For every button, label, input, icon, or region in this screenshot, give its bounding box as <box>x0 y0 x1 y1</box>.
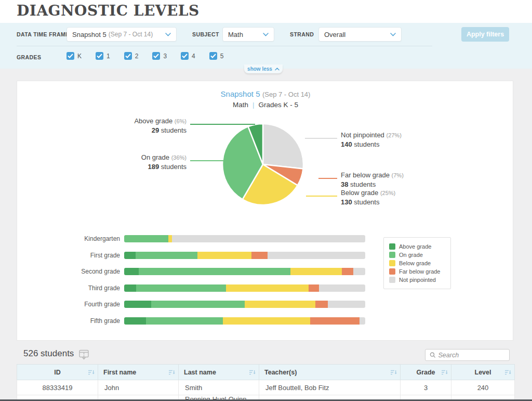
strand-select[interactable]: Overall <box>318 27 402 42</box>
legend-label: Below grade <box>399 260 431 266</box>
apply-filters-button[interactable]: Apply filters <box>461 27 509 42</box>
bar-segment-on-grade[interactable] <box>151 301 244 308</box>
bar-segment-on-grade[interactable] <box>139 268 290 275</box>
sort-filter-icon <box>505 370 511 376</box>
chart-title: Snapshot 5 (Sep 7 - Oct 14) <box>17 89 514 99</box>
bar-segment-on-grade[interactable] <box>136 284 226 292</box>
students-table: IDFirst nameLast nameTeacher(s)GradeLeve… <box>17 364 515 401</box>
sort-filter-icon <box>249 370 256 376</box>
data-time-frame-select[interactable]: Snapshot 5 (Sep 7 - Oct 14) <box>66 27 177 42</box>
grade-checkbox-k[interactable]: K <box>66 52 82 60</box>
pie-chart <box>219 120 307 209</box>
legend-label: Not pinpointed <box>399 277 436 283</box>
pie-slice-not-pinpointed[interactable] <box>263 124 303 169</box>
pie-label-on-grade: On grade (36%)189 students <box>141 153 187 171</box>
chart-card: Snapshot 5 (Sep 7 - Oct 14) Math|Grades … <box>17 81 513 341</box>
grades-row: GRADES K12345 <box>0 50 532 64</box>
bar-row-fourth-grade: Fourth grade <box>17 301 365 308</box>
bar-segment-not-pinpointed[interactable] <box>328 301 365 308</box>
column-header-teacher-s-[interactable]: Teacher(s) <box>259 365 401 380</box>
students-count: 526 students <box>23 348 74 359</box>
column-header-first-name[interactable]: First name <box>98 365 179 380</box>
bar-segment-above-grade[interactable] <box>124 301 151 308</box>
chart-title-snapshot: Snapshot 5 <box>221 89 260 98</box>
chart-title-range: (Sep 7 - Oct 14) <box>262 90 310 98</box>
bar-segment-on-grade[interactable] <box>124 235 168 242</box>
bar-segment-below-grade[interactable] <box>223 317 310 325</box>
search-box <box>425 349 510 361</box>
column-header-grade[interactable]: Grade <box>401 365 451 380</box>
checkbox-checked-icon <box>181 52 189 60</box>
chevron-down-icon <box>390 33 396 36</box>
export-table-icon[interactable] <box>79 350 90 363</box>
bar-segment-far-below-grade[interactable] <box>251 252 268 259</box>
grades-checkbox-group: K12345 <box>66 52 223 60</box>
data-time-frame-label: DATA TIME FRAME <box>17 31 69 37</box>
content-area: Snapshot 5 (Sep 7 - Oct 14) Math|Grades … <box>0 69 532 401</box>
table-header-row: IDFirst nameLast nameTeacher(s)GradeLeve… <box>17 365 515 380</box>
bar-segment-on-grade[interactable] <box>136 252 197 259</box>
bar-segment-below-grade[interactable] <box>168 235 172 242</box>
grade-checkbox-2[interactable]: 2 <box>124 52 139 60</box>
bar-segment-far-below-grade[interactable] <box>315 301 327 308</box>
bar-segment-below-grade[interactable] <box>290 268 342 275</box>
legend-item-below-grade: Below grade <box>389 259 445 267</box>
legend-item-far-below-grade: Far below grade <box>389 267 445 276</box>
bar-segment-not-pinpointed[interactable] <box>353 268 365 275</box>
pie-label-far-below-grade: Far below grade (7%)38 students <box>341 171 404 189</box>
bar-segment-on-grade[interactable] <box>146 317 223 325</box>
table-cell: 3 <box>401 380 451 395</box>
column-header-label: Last name <box>184 369 216 376</box>
diagnostic-levels-page: DIAGNOSTIC LEVELS DATA TIME FRAME Snapsh… <box>0 0 532 401</box>
column-header-label: Grade <box>416 369 435 376</box>
bar-segment-above-grade[interactable] <box>124 252 136 259</box>
column-header-level[interactable]: Level <box>451 365 515 380</box>
legend-swatch <box>389 243 395 250</box>
bar-segment-below-grade[interactable] <box>197 252 251 259</box>
bar-track <box>124 235 365 242</box>
chart-subtitle-grades: Grades K - 5 <box>259 101 299 109</box>
pie-label-not-pinpointed: Not pinpointed (27%)140 students <box>341 131 402 149</box>
bar-segment-not-pinpointed[interactable] <box>319 284 365 292</box>
column-header-label: Level <box>475 369 491 376</box>
legend-swatch <box>389 260 395 266</box>
bar-segment-not-pinpointed[interactable] <box>172 235 365 242</box>
table-row[interactable]: 88333419JohnSmithJeff Bouttell, Bob Fitz… <box>17 380 515 395</box>
checkbox-checked-icon <box>209 52 217 60</box>
filter-panel: DATA TIME FRAME Snapshot 5 (Sep 7 - Oct … <box>0 23 532 69</box>
chevron-down-icon <box>165 33 171 36</box>
grade-checkbox-1[interactable]: 1 <box>96 52 110 60</box>
bar-track <box>124 301 365 308</box>
bar-segment-above-grade[interactable] <box>124 284 136 292</box>
table-cell: 88333419 <box>17 380 98 395</box>
legend-item-above-grade: Above grade <box>389 242 445 251</box>
bar-segment-above-grade[interactable] <box>124 317 146 325</box>
bar-segment-not-pinpointed[interactable] <box>360 317 365 325</box>
show-less-toggle[interactable]: show less <box>244 64 283 73</box>
chart-legend: Above gradeOn gradeBelow gradeFar below … <box>383 237 451 289</box>
bar-segment-far-below-grade[interactable] <box>309 284 318 292</box>
bar-row-fifth-grade: Fifth grade <box>17 317 365 325</box>
grade-checkbox-5[interactable]: 5 <box>209 52 224 60</box>
column-header-last-name[interactable]: Last name <box>179 365 259 380</box>
table-cell: Smith <box>179 380 259 395</box>
bar-segment-far-below-grade[interactable] <box>342 268 353 275</box>
subject-select[interactable]: Math <box>222 27 274 42</box>
pie-label-below-grade: Below grade (25%)130 students <box>341 188 395 206</box>
bar-segment-far-below-grade[interactable] <box>310 317 360 325</box>
search-input[interactable] <box>438 352 505 359</box>
filter-divider <box>17 46 432 46</box>
grade-checkbox-3[interactable]: 3 <box>152 52 167 60</box>
column-header-id[interactable]: ID <box>17 365 98 380</box>
filter-row: DATA TIME FRAME Snapshot 5 (Sep 7 - Oct … <box>0 27 532 42</box>
bar-segment-below-grade[interactable] <box>226 284 309 292</box>
legend-swatch <box>389 277 395 283</box>
bar-segment-above-grade[interactable] <box>124 268 139 275</box>
legend-item-not-pinpointed: Not pinpointed <box>389 276 445 284</box>
search-icon <box>430 352 436 358</box>
checkbox-checked-icon <box>96 52 103 60</box>
bar-segment-not-pinpointed[interactable] <box>268 252 365 259</box>
bar-segment-below-grade[interactable] <box>245 301 316 308</box>
grade-checkbox-4[interactable]: 4 <box>181 52 195 60</box>
checkbox-checked-icon <box>152 52 160 60</box>
